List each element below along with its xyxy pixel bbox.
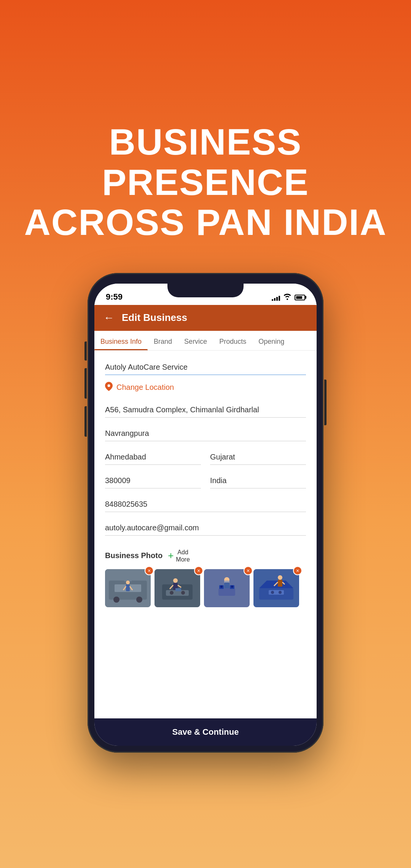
photo-grid: × bbox=[105, 569, 306, 607]
app-header: ← Edit Business bbox=[94, 305, 317, 331]
location-pin-icon bbox=[105, 382, 113, 393]
headline-line2: ACROSS PAN INDIA bbox=[23, 202, 388, 243]
photo-remove-1[interactable]: × bbox=[145, 566, 154, 575]
photo-item-4: × bbox=[253, 569, 299, 607]
status-time: 9:59 bbox=[106, 292, 123, 302]
pincode-country-row bbox=[105, 472, 306, 495]
back-button[interactable]: ← bbox=[104, 312, 114, 324]
svg-point-27 bbox=[220, 586, 223, 588]
email-field bbox=[105, 519, 306, 542]
plus-icon: + bbox=[168, 550, 174, 562]
app-header-title: Edit Business bbox=[122, 312, 187, 324]
address1-input[interactable] bbox=[105, 401, 306, 418]
svg-rect-33 bbox=[278, 580, 282, 587]
phone-screen: 9:59 ← Edit Bu bbox=[94, 284, 317, 746]
tab-service[interactable]: Service bbox=[178, 331, 213, 350]
photo-section-title: Business Photo bbox=[105, 551, 162, 560]
email-input[interactable] bbox=[105, 519, 306, 536]
photo-img-4 bbox=[253, 569, 299, 607]
svg-rect-24 bbox=[218, 588, 235, 596]
add-more-button[interactable]: + Add More bbox=[168, 549, 190, 563]
tab-business-info[interactable]: Business Info bbox=[94, 331, 148, 350]
city-input[interactable] bbox=[105, 448, 201, 465]
address2-field bbox=[105, 424, 306, 448]
city-state-row bbox=[105, 448, 306, 472]
country-input[interactable] bbox=[210, 472, 306, 488]
bottom-bar[interactable]: Save & Continue bbox=[94, 718, 317, 746]
status-icons bbox=[272, 293, 305, 302]
address1-field bbox=[105, 401, 306, 424]
headline-section: BUSINESS PRESENCE ACROSS PAN INDIA bbox=[0, 61, 411, 243]
battery-icon bbox=[295, 295, 305, 300]
svg-point-2 bbox=[113, 597, 119, 603]
change-location-row[interactable]: Change Location bbox=[105, 382, 306, 393]
business-name-input[interactable] bbox=[105, 358, 306, 375]
svg-point-3 bbox=[136, 597, 142, 603]
signal-icon bbox=[272, 294, 280, 301]
business-photo-section: Business Photo + Add More bbox=[105, 549, 306, 607]
photo-remove-3[interactable]: × bbox=[244, 566, 253, 575]
form-area: Change Location bbox=[94, 351, 317, 718]
photo-item-1: × bbox=[105, 569, 151, 607]
photo-img-1 bbox=[105, 569, 151, 607]
power-button bbox=[324, 380, 327, 425]
photo-item-2: × bbox=[155, 569, 200, 607]
photo-item-3: × bbox=[204, 569, 250, 607]
volume-down-button bbox=[84, 406, 87, 437]
state-input[interactable] bbox=[210, 448, 306, 465]
tab-products[interactable]: Products bbox=[213, 331, 252, 350]
photo-img-3 bbox=[204, 569, 250, 607]
photo-remove-2[interactable]: × bbox=[194, 566, 203, 575]
photo-remove-4[interactable]: × bbox=[293, 566, 302, 575]
tabs-bar: Business Info Brand Service Products Ope… bbox=[94, 331, 317, 351]
change-location-label[interactable]: Change Location bbox=[116, 383, 174, 392]
svg-point-32 bbox=[278, 575, 282, 580]
volume-mute-button bbox=[84, 341, 87, 361]
photo-img-2 bbox=[155, 569, 200, 607]
svg-rect-7 bbox=[126, 584, 130, 591]
wifi-icon bbox=[283, 293, 292, 302]
svg-point-6 bbox=[126, 581, 130, 584]
svg-rect-19 bbox=[175, 588, 181, 591]
headline-line1: BUSINESS PRESENCE bbox=[23, 122, 388, 202]
svg-point-37 bbox=[271, 591, 274, 594]
pincode-input[interactable] bbox=[105, 472, 201, 488]
svg-point-12 bbox=[173, 578, 178, 583]
business-name-field bbox=[105, 358, 306, 382]
svg-point-18 bbox=[181, 591, 185, 595]
phone-input[interactable] bbox=[105, 495, 306, 512]
phone-mockup: 9:59 ← Edit Bu bbox=[88, 273, 323, 753]
save-continue-button[interactable]: Save & Continue bbox=[172, 727, 239, 737]
address2-input[interactable] bbox=[105, 424, 306, 441]
photo-header: Business Photo + Add More bbox=[105, 549, 306, 563]
phone-field bbox=[105, 495, 306, 519]
add-more-label: Add More bbox=[176, 549, 190, 563]
svg-point-17 bbox=[170, 591, 174, 595]
volume-up-button bbox=[84, 368, 87, 399]
svg-point-28 bbox=[231, 586, 233, 588]
tab-opening[interactable]: Opening bbox=[252, 331, 290, 350]
tab-brand[interactable]: Brand bbox=[148, 331, 178, 350]
svg-point-38 bbox=[279, 591, 282, 594]
phone-notch bbox=[167, 284, 244, 297]
